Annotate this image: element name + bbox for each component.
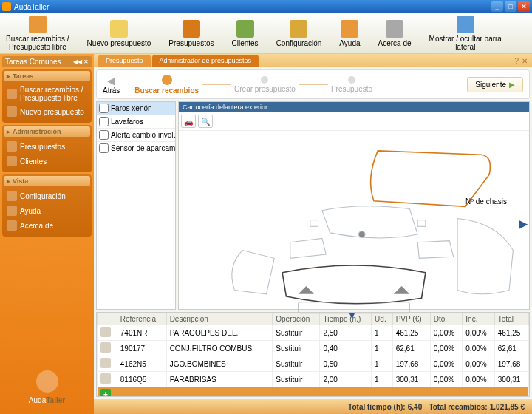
toolbar-5[interactable]: Ayuda (339, 20, 360, 47)
sidebar-header: Tareas Comunes ◀◀✕ (2, 56, 92, 67)
panel-header[interactable]: Vista (4, 176, 90, 186)
item-icon (7, 89, 17, 99)
tool-zoom-icon[interactable]: 🔍 (198, 115, 213, 128)
sidebar-prev[interactable]: ◀◀ (73, 58, 82, 65)
wizard-step-2[interactable]: Presupuesto (331, 76, 372, 93)
toolbar-icon (341, 20, 358, 38)
item-icon (7, 191, 17, 201)
col-header[interactable] (98, 313, 117, 325)
item-icon (7, 141, 17, 152)
table-row[interactable]: 190177CONJ.FILTRO COMBUS.Sustituir0,4016… (98, 341, 529, 356)
check-item-2[interactable]: Alerta cambio involunta (97, 129, 175, 142)
toolbar-3[interactable]: Clientes (231, 20, 258, 47)
toolbar-1[interactable]: Nuevo presupuesto (87, 20, 151, 47)
sidebar: Tareas Comunes ◀◀✕ TareasBuscar recambio… (0, 54, 94, 414)
row-icon (100, 327, 111, 337)
row-icon (100, 358, 111, 368)
sidebar-panel-1: AdministraciónPresupuestosClientes (2, 125, 92, 172)
sidebar-item-1-1[interactable]: Clientes (5, 154, 89, 169)
car-exploded-drawing (179, 131, 529, 322)
toolbar-icon (183, 20, 200, 38)
tab-0[interactable]: Presupuesto (98, 55, 151, 67)
table-row[interactable]: 8116Q5PARABRISASSustituir2,001300,310,00… (98, 372, 529, 387)
brand: AudaTaller (2, 363, 92, 412)
app-title: AudaTaller (14, 3, 49, 11)
toolbar-icon (457, 16, 474, 33)
sidebar-close[interactable]: ✕ (83, 58, 89, 65)
row-icon (100, 342, 111, 353)
content-tabs: PresupuestoAdministrador de presupuestos… (94, 54, 532, 67)
sidebar-item-0-1[interactable]: Nuevo presupuesto (5, 104, 89, 119)
item-icon (7, 106, 17, 117)
diagram-nav-down[interactable]: ▼ (347, 309, 358, 321)
window-close[interactable]: ✕ (518, 1, 530, 12)
chassis-label: Nº de chasis (466, 197, 507, 206)
checkbox[interactable] (99, 143, 109, 153)
window-maximize[interactable]: □ (505, 1, 516, 12)
check-item-3[interactable]: Sensor de aparcamient (97, 142, 175, 155)
sidebar-item-2-2[interactable]: Acerca de (5, 218, 89, 233)
plus-icon: + (100, 389, 111, 397)
sidebar-panel-0: TareasBuscar recambios /Presupuesto libr… (2, 69, 92, 123)
checkbox[interactable] (99, 130, 109, 140)
tool-car-icon[interactable]: 🚗 (181, 115, 196, 128)
svg-rect-2 (310, 220, 318, 227)
check-item-1[interactable]: Lavafaros (97, 115, 175, 129)
toolbar-icon (386, 20, 403, 38)
wizard-bar: ◀ Atrás Buscar recambiosCrear presupuest… (96, 69, 530, 99)
checkbox[interactable] (99, 117, 109, 126)
diagram-panel: Carrocería delantera exterior 🚗 🔍 (178, 101, 530, 310)
checkbox[interactable] (99, 104, 109, 113)
toolbar-icon (29, 16, 47, 33)
svg-point-0 (358, 231, 365, 238)
panel-header[interactable]: Tareas (4, 71, 90, 81)
toolbar-icon (236, 20, 254, 38)
toolbar-icon (290, 20, 307, 38)
toolbar-6[interactable]: Acerca de (378, 20, 412, 47)
sidebar-item-2-1[interactable]: Ayuda (5, 203, 89, 218)
toolbar-0[interactable]: Buscar recambios /Presupuesto libre (6, 16, 69, 51)
brand-logo (36, 370, 58, 393)
toolbar-7[interactable]: Mostrar / ocultar barralateral (429, 16, 502, 51)
wizard-next-button[interactable]: Siguiente (467, 77, 523, 92)
tab-help-icon[interactable]: ? (514, 57, 519, 65)
toolbar-2[interactable]: Presupuestos (168, 20, 214, 47)
totals-bar: Total tiempo (h): 6,40 Total recambios: … (94, 399, 532, 414)
table-row[interactable]: 4162N5JGO.BOMBINESSustituir0,501197,680,… (98, 356, 529, 372)
toolbar-4[interactable]: Configuración (276, 20, 322, 47)
panel-header[interactable]: Administración (4, 126, 90, 137)
item-icon (7, 206, 17, 216)
item-icon (7, 220, 17, 231)
window-minimize[interactable]: _ (491, 1, 503, 12)
titlebar: AudaTaller _ □ ✕ (0, 0, 532, 13)
app-icon (2, 2, 11, 11)
options-checklist: Faros xenónLavafarosAlerta cambio involu… (96, 101, 176, 310)
col-header[interactable]: Referencia (117, 313, 166, 325)
diagram-nav-right[interactable]: ▶ (519, 217, 528, 231)
sidebar-item-1-0[interactable]: Presupuestos (5, 139, 89, 154)
sidebar-panel-2: VistaConfiguraciónAyudaAcerca de (2, 174, 92, 237)
wizard-step-0[interactable]: Buscar recambios (134, 75, 199, 95)
main-toolbar: Buscar recambios /Presupuesto libreNuevo… (0, 13, 532, 54)
tab-close-icon[interactable]: ✕ (522, 57, 528, 65)
svg-rect-3 (417, 220, 426, 227)
sidebar-item-0-0[interactable]: Buscar recambios /Presupuesto libre (5, 84, 89, 104)
diagram-area[interactable]: Nº de chasis ▶ ▼ (179, 131, 529, 322)
add-row[interactable]: + (98, 387, 529, 398)
table-row[interactable]: 7401NRPARAGOLPES DEL.Sustituir2,501461,2… (98, 325, 529, 341)
item-icon (7, 156, 17, 166)
row-icon (100, 373, 111, 384)
sidebar-item-2-0[interactable]: Configuración (5, 189, 89, 203)
parts-grid: ReferenciaDescripciónOperaciónTiempo (h.… (96, 312, 530, 397)
tab-1[interactable]: Administrador de presupuestos (152, 55, 259, 67)
wizard-back-button[interactable]: ◀ Atrás (103, 75, 120, 95)
wizard-step-1[interactable]: Crear presupuesto (234, 76, 296, 93)
check-item-0[interactable]: Faros xenón (97, 102, 175, 115)
diagram-title: Carrocería delantera exterior (179, 102, 529, 112)
toolbar-icon (110, 20, 128, 38)
